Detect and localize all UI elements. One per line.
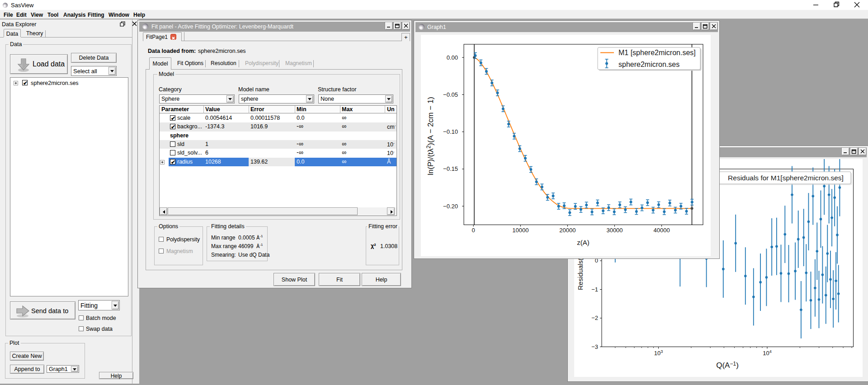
svg-text:−3: −3 — [591, 343, 598, 350]
svg-text:Q(A−1): Q(A−1) — [716, 361, 739, 370]
svg-text:−0.05: −0.05 — [443, 91, 458, 98]
svg-text:103: 103 — [654, 349, 663, 357]
svg-text:−1: −1 — [591, 286, 598, 293]
svg-text:z(A): z(A) — [577, 239, 590, 246]
svg-text:10000: 10000 — [512, 227, 528, 234]
svg-text:104: 104 — [763, 349, 771, 357]
svg-text:0.00: 0.00 — [447, 54, 458, 61]
svg-text:40000: 40000 — [654, 227, 670, 234]
svg-text:Residuals for M1[sphere2micron: Residuals for M1[sphere2micron.ses] — [728, 174, 844, 182]
svg-text:−0.15: −0.15 — [443, 165, 458, 172]
svg-text:−2: −2 — [591, 315, 598, 321]
svg-text:sphere2micron.ses: sphere2micron.ses — [618, 61, 679, 68]
svg-text:30000: 30000 — [606, 227, 623, 234]
svg-text:0: 0 — [472, 227, 475, 234]
svg-text:Residuals(: Residuals( — [576, 258, 584, 290]
svg-text:20000: 20000 — [559, 227, 576, 234]
svg-text:−0.20: −0.20 — [443, 203, 458, 210]
svg-text:ln(P)/(tλ2)(A − 2cm − 1): ln(P)/(tλ2)(A − 2cm − 1) — [425, 97, 435, 175]
svg-text:−0.10: −0.10 — [443, 128, 458, 135]
svg-text:M1 [sphere2micron.ses]: M1 [sphere2micron.ses] — [618, 49, 696, 56]
